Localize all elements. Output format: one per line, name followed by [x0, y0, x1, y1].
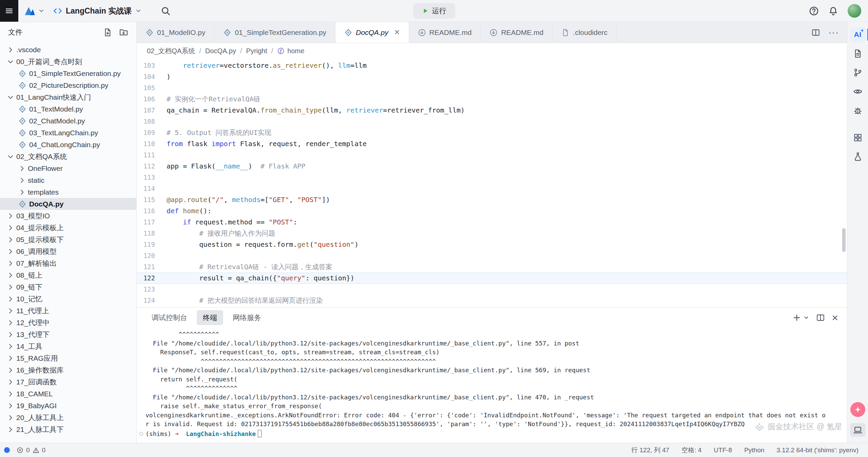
terminal-prompt[interactable]: (shims) ➜ LangChain-shizhanke: [146, 430, 840, 439]
new-folder-icon[interactable]: [119, 28, 128, 37]
tab-.cloudiderc[interactable]: .cloudiderc: [553, 22, 617, 43]
tree-file-01_TextModel.py[interactable]: 01_TextModel.py: [0, 103, 136, 115]
code-line-124[interactable]: 124 # 把大模型的回答结果返回网页进行渲染: [137, 295, 847, 306]
code-line-108[interactable]: 108: [137, 116, 847, 127]
language-mode[interactable]: Python: [744, 446, 764, 454]
panel-tab-终端[interactable]: 终端: [197, 310, 223, 325]
tree-folder-09_链下[interactable]: 09_链下: [0, 281, 136, 293]
tree-folder-06_调用模型[interactable]: 06_调用模型: [0, 245, 136, 257]
breadcrumb-item[interactable]: DocQA.py: [205, 47, 236, 55]
tests-button[interactable]: [850, 149, 866, 164]
tab-01_SimpleTextGeneration.py[interactable]: 01_SimpleTextGeneration.py: [214, 22, 335, 43]
tree-folder-03_模型IO[interactable]: 03_模型IO: [0, 210, 136, 222]
code-line-116[interactable]: 116def home():: [137, 205, 847, 217]
tab-README.md[interactable]: README.md: [481, 22, 553, 43]
code-line-103[interactable]: 103 retriever=vectorstore.as_retriever()…: [137, 60, 847, 71]
code-line-119[interactable]: 119 question = request.form.get("questio…: [137, 239, 847, 250]
product-logo[interactable]: [24, 5, 45, 17]
code-editor[interactable]: 103 retriever=vectorstore.as_retriever()…: [137, 59, 847, 307]
remote-indicator[interactable]: [4, 447, 10, 453]
tree-folder-18_CAMEL[interactable]: 18_CAMEL: [0, 388, 136, 400]
code-line-118[interactable]: 118 # 接收用户输入作为问题: [137, 228, 847, 239]
new-file-icon[interactable]: [103, 28, 112, 37]
code-line-120[interactable]: 120: [137, 250, 847, 261]
code-line-112[interactable]: 112app = Flask(__name__) # Flask APP: [137, 161, 847, 172]
code-line-113[interactable]: 113: [137, 172, 847, 183]
breadcrumb-item[interactable]: 02_文档QA系统: [147, 46, 195, 56]
workspace-switcher[interactable]: LangChain 实战课: [53, 6, 142, 16]
tree-file-03_TextLangChain.py[interactable]: 03_TextLangChain.py: [0, 127, 136, 139]
tree-file-02_ChatModel.py[interactable]: 02_ChatModel.py: [0, 115, 136, 127]
split-panel-icon[interactable]: [816, 313, 825, 322]
code-line-117[interactable]: 117 if request.method == "POST":: [137, 217, 847, 228]
help-icon[interactable]: [809, 6, 819, 16]
code-line-107[interactable]: 107qa_chain = RetrievalQA.from_chain_typ…: [137, 105, 847, 116]
tree-folder-02_文档QA系统[interactable]: 02_文档QA系统: [0, 151, 136, 162]
new-terminal-icon[interactable]: [792, 313, 801, 322]
breadcrumb-item[interactable]: Pyright: [246, 47, 267, 55]
code-line-115[interactable]: 115@app.route("/", methods=["GET", "POST…: [137, 194, 847, 205]
split-editor-icon[interactable]: [811, 28, 820, 37]
tree-folder-15_RAG应用[interactable]: 15_RAG应用: [0, 352, 136, 364]
notifications-bell-icon[interactable]: [828, 6, 838, 16]
tab-README.md[interactable]: README.md: [409, 22, 481, 43]
code-line-123[interactable]: 123: [137, 284, 847, 295]
tree-folder-static[interactable]: static: [0, 174, 136, 186]
terminal-output[interactable]: ^^^^^^^^^^^ File "/home/cloudide/.local/…: [137, 328, 847, 443]
source-control-button[interactable]: [850, 65, 866, 80]
ai-assistant-button[interactable]: AI: [850, 27, 866, 42]
tree-folder-10_记忆[interactable]: 10_记忆: [0, 293, 136, 305]
tab-01_ModelIO.py[interactable]: 01_ModelIO.py: [137, 22, 214, 43]
app-menu-button[interactable]: [0, 0, 18, 22]
terminal-dropdown-icon[interactable]: [803, 315, 809, 321]
problems-indicator[interactable]: 0 0: [17, 446, 45, 454]
tree-folder-05_提示模板下[interactable]: 05_提示模板下: [0, 234, 136, 245]
preview-button[interactable]: [850, 84, 866, 99]
panel-tab-网络服务[interactable]: 网络服务: [227, 310, 267, 325]
tree-folder-21_人脉工具下[interactable]: 21_人脉工具下: [0, 423, 136, 435]
tree-folder-20_人脉工具上[interactable]: 20_人脉工具上: [0, 412, 136, 423]
tree-folder-14_工具[interactable]: 14_工具: [0, 340, 136, 352]
code-line-106[interactable]: 106# 实例化一个RetrievalQA链: [137, 94, 847, 105]
code-line-111[interactable]: 111: [137, 150, 847, 161]
tree-folder-.vscode[interactable]: .vscode: [0, 44, 136, 56]
indentation-setting[interactable]: 空格: 4: [681, 446, 701, 455]
code-line-114[interactable]: 114: [137, 183, 847, 194]
tab-DocQA.py[interactable]: DocQA.py×: [335, 22, 409, 43]
editor-scrollbar[interactable]: [842, 228, 846, 252]
tree-folder-01_LangChain快速入门[interactable]: 01_LangChain快速入门: [0, 91, 136, 103]
code-line-104[interactable]: 104): [137, 71, 847, 82]
tree-file-02_PictureDescription.py[interactable]: 02_PictureDescription.py: [0, 79, 136, 91]
code-line-110[interactable]: 110from flask import Flask, request, ren…: [137, 138, 847, 150]
tree-file-01_SimpleTextGeneration.py[interactable]: 01_SimpleTextGeneration.py: [0, 67, 136, 79]
code-line-109[interactable]: 109# 5. Output 问答系统的UI实现: [137, 127, 847, 138]
search-icon[interactable]: [161, 6, 171, 16]
code-line-122[interactable]: 122 result = qa_chain({"query": question…: [137, 273, 847, 284]
code-line-121[interactable]: 121 # RetrievalQA链 - 读入问题，生成答案: [137, 261, 847, 273]
tree-folder-OneFlower[interactable]: OneFlower: [0, 162, 136, 174]
tree-folder-17_回调函数[interactable]: 17_回调函数: [0, 376, 136, 388]
breadcrumb-item[interactable]: home: [277, 47, 304, 55]
tree-folder-00_开篇词_奇点时刻[interactable]: 00_开篇词_奇点时刻: [0, 56, 136, 67]
cursor-position[interactable]: 行 122, 列 47: [631, 446, 669, 455]
tree-folder-11_代理上[interactable]: 11_代理上: [0, 305, 136, 317]
community-badge[interactable]: [850, 402, 865, 417]
extensions-button[interactable]: [850, 130, 866, 145]
run-button[interactable]: 运行: [413, 3, 455, 19]
tree-folder-16_操作数据库[interactable]: 16_操作数据库: [0, 364, 136, 376]
remote-device-button[interactable]: [850, 423, 866, 437]
encoding-setting[interactable]: UTF-8: [714, 446, 732, 454]
tree-folder-13_代理下[interactable]: 13_代理下: [0, 329, 136, 340]
tree-folder-07_解析输出[interactable]: 07_解析输出: [0, 257, 136, 269]
debug-button[interactable]: [850, 103, 866, 118]
python-interpreter[interactable]: 3.12.2 64-bit ('shims': pyenv): [776, 446, 859, 454]
more-actions-icon[interactable]: ···: [828, 27, 839, 38]
panel-tab-调试控制台[interactable]: 调试控制台: [146, 310, 193, 325]
tree-file-04_ChatLongChain.py[interactable]: 04_ChatLongChain.py: [0, 139, 136, 151]
tree-file-DocQA.py[interactable]: DocQA.py: [0, 198, 136, 210]
tree-folder-19_BabyAGI[interactable]: 19_BabyAGI: [0, 400, 136, 412]
tree-folder-templates[interactable]: templates: [0, 186, 136, 198]
close-panel-icon[interactable]: ×: [832, 312, 838, 323]
tree-folder-08_链上[interactable]: 08_链上: [0, 269, 136, 281]
close-tab-icon[interactable]: ×: [394, 28, 400, 37]
